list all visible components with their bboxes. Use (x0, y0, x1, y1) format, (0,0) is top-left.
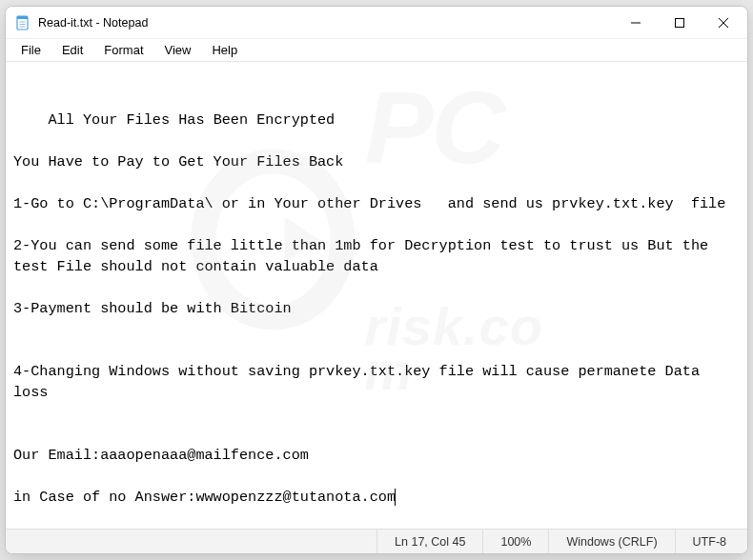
titlebar: Read-it.txt - Notepad (6, 7, 747, 39)
minimize-button[interactable] (614, 8, 658, 38)
status-line-ending: Windows (CRLF) (549, 530, 675, 553)
menu-view[interactable]: View (155, 41, 201, 59)
window-title: Read-it.txt - Notepad (38, 16, 148, 30)
status-position: Ln 17, Col 45 (377, 530, 483, 553)
status-encoding: UTF-8 (676, 530, 747, 553)
svg-rect-1 (17, 16, 28, 19)
menu-format[interactable]: Format (94, 41, 153, 59)
watermark-line2: risk.com (364, 304, 561, 394)
status-zoom: 100% (483, 530, 549, 553)
statusbar: Ln 17, Col 45 100% Windows (CRLF) UTF-8 (6, 529, 747, 553)
menu-edit[interactable]: Edit (52, 41, 92, 59)
menubar: File Edit Format View Help (6, 39, 747, 62)
close-button[interactable] (702, 8, 745, 38)
notepad-icon (15, 15, 31, 30)
text-area[interactable]: PC risk.com All Your Files Has Been Encr… (6, 62, 747, 529)
maximize-button[interactable] (658, 8, 702, 38)
svg-rect-6 (676, 18, 684, 27)
notepad-window: Read-it.txt - Notepad File Edit Format V… (5, 6, 748, 554)
menu-file[interactable]: File (11, 41, 51, 59)
text-caret (395, 489, 396, 506)
menu-help[interactable]: Help (202, 41, 247, 59)
document-text: All Your Files Has Been Encrypted You Ha… (13, 111, 725, 506)
watermark-line1: PC (364, 84, 561, 171)
